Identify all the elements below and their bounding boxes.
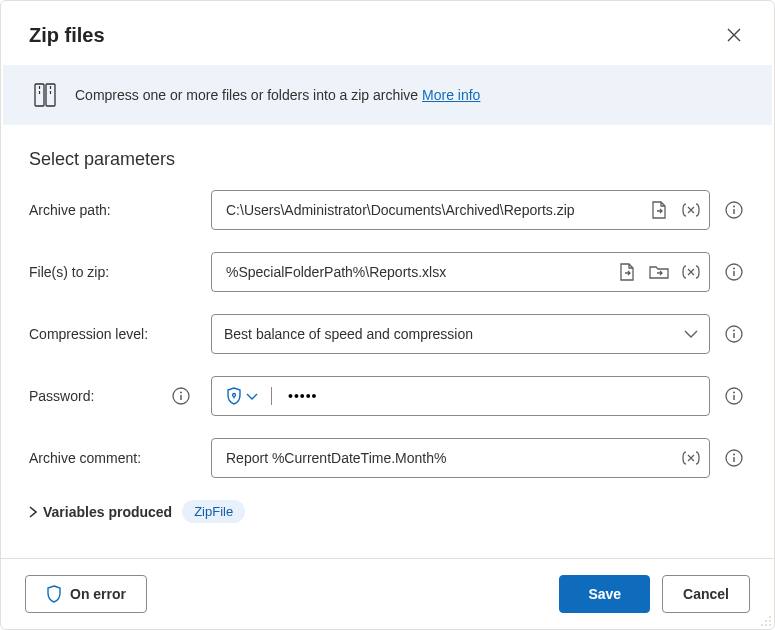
compression-select[interactable]: Best balance of speed and compression xyxy=(211,314,710,354)
section-title: Select parameters xyxy=(29,149,746,170)
select-chevron xyxy=(677,320,705,348)
label-archive-comment: Archive comment: xyxy=(29,450,199,466)
zip-icon xyxy=(31,81,59,109)
cancel-button[interactable]: Cancel xyxy=(662,575,750,613)
help-password-inline[interactable] xyxy=(169,384,193,408)
help-compression[interactable] xyxy=(722,322,746,346)
password-input-wrapper xyxy=(211,376,710,416)
svg-point-10 xyxy=(232,394,235,397)
dialog-title: Zip files xyxy=(29,24,105,47)
on-error-button[interactable]: On error xyxy=(25,575,147,613)
row-compression: Compression level: Best balance of speed… xyxy=(29,314,746,354)
label-password-text: Password: xyxy=(29,388,94,404)
close-button[interactable] xyxy=(718,19,750,51)
info-icon xyxy=(172,387,190,405)
row-files-to-zip: File(s) to zip: xyxy=(29,252,746,292)
chevron-down-icon xyxy=(246,393,258,400)
variables-produced-row: Variables produced ZipFile xyxy=(29,500,746,523)
svg-point-14 xyxy=(733,454,735,456)
variable-button-2[interactable] xyxy=(677,258,705,286)
svg-point-3 xyxy=(733,206,735,208)
variable-icon xyxy=(682,451,700,465)
variable-icon xyxy=(682,203,700,217)
label-files-to-zip: File(s) to zip: xyxy=(29,264,199,280)
variable-button[interactable] xyxy=(677,196,705,224)
info-icon xyxy=(725,449,743,467)
file-arrow-icon xyxy=(651,201,667,219)
help-password[interactable] xyxy=(722,384,746,408)
svg-point-12 xyxy=(733,392,735,394)
archive-path-input-wrapper xyxy=(211,190,710,230)
row-password: Password: xyxy=(29,376,746,416)
variables-produced-label: Variables produced xyxy=(43,504,172,520)
footer: On error Save Cancel xyxy=(1,558,774,629)
chevron-down-icon xyxy=(684,330,698,338)
variable-icon xyxy=(682,265,700,279)
compression-value: Best balance of speed and compression xyxy=(224,326,673,342)
shield-icon xyxy=(46,585,62,603)
file-arrow-icon xyxy=(619,263,635,281)
row-archive-comment: Archive comment: xyxy=(29,438,746,478)
info-icon xyxy=(725,263,743,281)
help-archive-comment[interactable] xyxy=(722,446,746,470)
archive-comment-input-wrapper xyxy=(211,438,710,478)
archive-comment-input[interactable] xyxy=(224,449,673,467)
label-compression: Compression level: xyxy=(29,326,199,342)
variable-button-3[interactable] xyxy=(677,444,705,472)
folder-arrow-icon xyxy=(649,264,669,280)
on-error-label: On error xyxy=(70,586,126,602)
label-archive-path: Archive path: xyxy=(29,202,199,218)
svg-point-9 xyxy=(180,392,182,394)
help-archive-path[interactable] xyxy=(722,198,746,222)
info-banner: Compress one or more files or folders in… xyxy=(3,65,772,125)
variable-chip-zipfile[interactable]: ZipFile xyxy=(182,500,245,523)
footer-right: Save Cancel xyxy=(559,575,750,613)
save-button[interactable]: Save xyxy=(559,575,650,613)
select-file-button[interactable] xyxy=(645,196,673,224)
svg-point-5 xyxy=(733,268,735,270)
info-icon xyxy=(725,325,743,343)
info-icon xyxy=(725,201,743,219)
help-files-to-zip[interactable] xyxy=(722,260,746,284)
more-info-link[interactable]: More info xyxy=(422,87,480,103)
select-folder-button[interactable] xyxy=(645,258,673,286)
files-to-zip-input[interactable] xyxy=(224,263,609,281)
variables-produced-toggle[interactable]: Variables produced xyxy=(29,504,172,520)
select-file-button-2[interactable] xyxy=(613,258,641,286)
close-icon xyxy=(727,28,741,42)
banner-text-content: Compress one or more files or folders in… xyxy=(75,87,422,103)
banner-text: Compress one or more files or folders in… xyxy=(75,87,480,103)
shield-lock-icon xyxy=(226,387,242,405)
label-password: Password: xyxy=(29,384,199,408)
files-to-zip-input-wrapper xyxy=(211,252,710,292)
svg-point-7 xyxy=(733,330,735,332)
content: Select parameters Archive path: File(s) … xyxy=(1,125,774,558)
archive-path-input[interactable] xyxy=(224,201,641,219)
password-mode-dropdown[interactable] xyxy=(212,387,272,405)
row-archive-path: Archive path: xyxy=(29,190,746,230)
info-icon xyxy=(725,387,743,405)
titlebar: Zip files xyxy=(1,1,774,63)
password-input[interactable] xyxy=(276,388,709,404)
chevron-right-icon xyxy=(29,506,37,518)
